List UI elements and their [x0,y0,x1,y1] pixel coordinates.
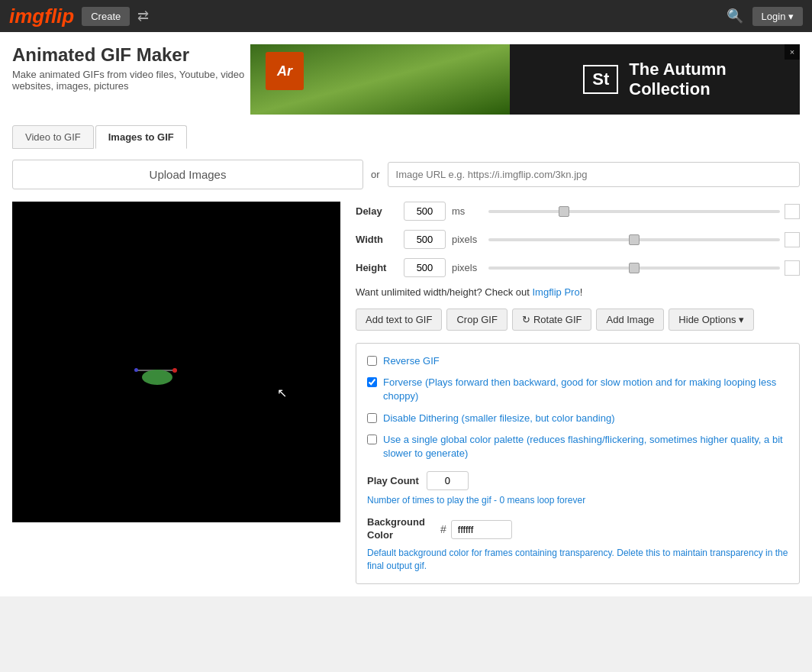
pro-link[interactable]: Imgflip Pro [532,286,579,298]
delay-row: Delay 500 ms [356,202,800,221]
upload-images-button[interactable]: Upload Images [12,160,363,189]
image-url-input[interactable] [388,162,800,187]
width-unit: pixels [452,234,482,245]
create-button[interactable]: Create [82,7,130,26]
dither-checkbox[interactable] [367,413,377,423]
delay-label: Delay [356,205,398,217]
delay-slider-end [785,204,800,219]
search-icon[interactable]: 🔍 [727,8,743,24]
rotate-gif-button[interactable]: ↻ Rotate GIF [512,309,592,331]
width-input[interactable]: 500 [404,230,446,249]
add-text-button[interactable]: Add text to GIF [356,309,442,331]
ad-st-badge: St [583,65,618,94]
tabs: Video to GIF Images to GIF [12,125,800,149]
shuffle-icon[interactable]: ⇄ [137,8,149,24]
gif-preview: ↖ [12,202,340,522]
play-count-section: Play Count 0 Number of times to play the… [367,471,788,506]
page-title: Animated GIF Maker [12,44,250,66]
rotate-icon: ↻ [522,314,530,325]
logo-img: img [9,5,44,27]
width-slider-end [785,232,800,247]
or-label: or [371,169,380,180]
forverse-row: Forverse (Plays forward then backward, g… [367,376,788,403]
width-label: Width [356,234,398,245]
reverse-label: Reverse GIF [383,354,440,368]
dither-label: Disable Dithering (smaller filesize, but… [383,412,614,425]
top-area: Animated GIF Maker Make animated GIFs fr… [12,44,800,115]
height-slider-wrapper [488,260,800,276]
play-count-label: Play Count [367,475,419,486]
pro-text: Want unlimited width/height? Check out I… [356,286,800,298]
options-panel: Reverse GIF Forverse (Plays forward then… [356,343,800,584]
ad-adobe-logo: Ar [266,52,304,90]
play-count-input[interactable]: 0 [427,471,469,490]
ad-collection-text: The Autumn Collection [629,60,727,100]
height-row: Height 500 pixels [356,258,800,277]
play-count-hint: Number of times to play the gif - 0 mean… [367,495,788,506]
preview-dot-red [172,368,177,373]
logo-area: imgflip Create ⇄ [9,5,149,28]
ad-banner: Ar St The Autumn Collection × [250,44,800,115]
forverse-label: Forverse (Plays forward then backward, g… [383,376,788,403]
width-slider[interactable] [488,238,780,241]
header-right: 🔍 Login ▾ [727,7,803,26]
ad-close-button[interactable]: × [785,44,800,60]
login-button[interactable]: Login ▾ [752,7,803,26]
page-subtitle: Make animated GIFs from video files, You… [12,69,250,92]
crop-gif-button[interactable]: Crop GIF [446,309,507,331]
palette-row: Use a single global color palette (reduc… [367,433,788,460]
content-row: ↖ Delay 500 ms Width 500 pixels [12,202,800,584]
height-label: Height [356,262,398,273]
width-row: Width 500 pixels [356,230,800,249]
forverse-checkbox[interactable] [367,377,377,387]
header: imgflip Create ⇄ 🔍 Login ▾ [0,0,812,32]
preview-blob [142,370,172,385]
tab-video-to-gif[interactable]: Video to GIF [12,125,94,149]
main-content: Animated GIF Maker Make animated GIFs fr… [0,32,812,596]
add-image-button[interactable]: Add Image [596,309,664,331]
cursor-indicator: ↖ [277,386,287,400]
preview-dot-blue [134,368,138,372]
bg-color-section: Background Color # ffffff Default backgr… [367,516,788,572]
hide-options-button[interactable]: Hide Options ▾ [669,309,754,331]
reverse-checkbox[interactable] [367,356,377,366]
delay-input[interactable]: 500 [404,202,446,221]
bg-color-input[interactable]: ffffff [451,520,512,539]
delay-slider-wrapper [488,204,800,219]
bg-color-label: Background Color [367,516,436,542]
height-slider-end [785,260,800,276]
bg-color-row: Background Color # ffffff [367,516,788,542]
upload-row: Upload Images or [12,160,800,189]
height-input[interactable]: 500 [404,258,446,277]
hash-symbol: # [440,523,446,535]
delay-unit: ms [452,205,482,217]
action-buttons: Add text to GIF Crop GIF ↻ Rotate GIF Ad… [356,309,800,331]
logo-flip: flip [44,5,74,27]
reverse-row: Reverse GIF [367,354,788,368]
ad-right-area: St The Autumn Collection [510,44,800,115]
tab-images-to-gif[interactable]: Images to GIF [95,125,187,149]
height-slider[interactable] [488,267,780,270]
palette-checkbox[interactable] [367,435,377,444]
play-count-row: Play Count 0 [367,471,788,490]
width-slider-wrapper [488,232,800,247]
palette-label: Use a single global color palette (reduc… [383,433,788,460]
dither-row: Disable Dithering (smaller filesize, but… [367,412,788,425]
delay-slider[interactable] [488,210,780,213]
bg-color-hint: Default background color for frames cont… [367,547,788,573]
controls-area: Delay 500 ms Width 500 pixels [356,202,800,584]
title-section: Animated GIF Maker Make animated GIFs fr… [12,44,250,102]
height-unit: pixels [452,262,482,273]
logo: imgflip [9,5,74,28]
ad-image-area: Ar [250,44,510,115]
